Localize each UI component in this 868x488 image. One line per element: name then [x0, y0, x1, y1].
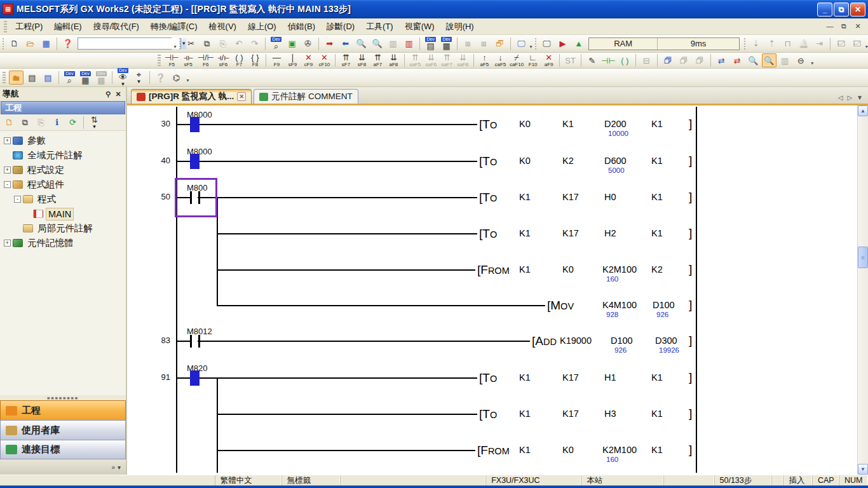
- instruction-opcode[interactable]: [FROM: [477, 444, 510, 458]
- watch-window-button[interactable]: Dev👁▼: [116, 71, 130, 85]
- device-find-button[interactable]: Dev⌕: [269, 37, 283, 51]
- contact-energized[interactable]: [190, 154, 200, 169]
- menu-b-item[interactable]: 偵錯(B): [282, 18, 321, 35]
- instruction-operand[interactable]: K0: [562, 264, 574, 274]
- monitor-red-button[interactable]: ▥: [402, 37, 416, 51]
- copy-button[interactable]: ⧉: [200, 37, 214, 51]
- delete-vline-button[interactable]: ✕cF10: [317, 53, 332, 67]
- instruction-opcode[interactable]: [TO: [479, 407, 497, 421]
- navigator-工程-button[interactable]: 工程: [0, 400, 126, 420]
- module-configuration-button[interactable]: ▤: [25, 71, 39, 85]
- instruction-operand[interactable]: K1: [651, 445, 663, 455]
- redo-button[interactable]: ↷: [247, 37, 262, 51]
- toolbar-overflow-icon[interactable]: ▾: [173, 37, 177, 51]
- expand-icon[interactable]: +: [4, 137, 11, 144]
- document-tab[interactable]: [PRG]R 監視寫入 執...✕: [131, 89, 252, 104]
- edit-mode-button[interactable]: ✎: [585, 53, 599, 67]
- tree-item-node[interactable]: +全域元件註解: [1, 148, 125, 163]
- transfer-setup-button[interactable]: 🗗: [492, 37, 507, 51]
- instruction-operand[interactable]: K17: [562, 192, 579, 202]
- instruction-operand[interactable]: D200: [604, 119, 627, 129]
- device-batch-monitor-button[interactable]: Dev▤: [423, 37, 438, 51]
- statement-list-button[interactable]: 🗇: [661, 53, 675, 67]
- mdi-restore-button[interactable]: ⧉: [839, 22, 849, 30]
- device-test-button[interactable]: ✇: [301, 37, 315, 51]
- write-to-plc-button[interactable]: ➡: [322, 37, 337, 51]
- menu-h-item[interactable]: 說明(H): [440, 18, 480, 35]
- minimize-button[interactable]: _: [817, 3, 832, 17]
- step-out-button[interactable]: ⇡: [764, 37, 779, 51]
- zoom-out-button[interactable]: ⊖: [794, 53, 808, 67]
- monitor-gray-button[interactable]: ▥: [386, 37, 400, 51]
- expand-icon[interactable]: +: [4, 240, 11, 247]
- instruction-operand[interactable]: H2: [604, 228, 616, 238]
- tree-item-node[interactable]: +參數: [1, 133, 125, 148]
- tab-list-icon[interactable]: ▼: [857, 94, 863, 101]
- device-use-list-button[interactable]: Dev⌕: [62, 71, 77, 85]
- mdi-close-button[interactable]: ✕: [853, 22, 863, 30]
- menu-w-item[interactable]: 視窗(W): [399, 18, 440, 35]
- menu-c-item[interactable]: 轉換/編譯(C): [145, 18, 203, 35]
- tab-scroll-right-icon[interactable]: ▷: [847, 94, 852, 101]
- find-contact-coil-button[interactable]: 🔍: [746, 53, 761, 67]
- menu-t-item[interactable]: 工具(T): [360, 18, 399, 35]
- menu-d-item[interactable]: 診斷(D): [321, 18, 360, 35]
- statement-button[interactable]: 🗈: [461, 37, 475, 51]
- horizontal-line-button[interactable]: —F9: [269, 53, 284, 67]
- close-button[interactable]: ✕: [850, 3, 865, 17]
- ladder-canvas[interactable]: 30M8000[TOK0K1D20010000K1]40M8000[TOK0K2…: [127, 105, 857, 475]
- pulse-ne-rising2-button[interactable]: ⇈saF7: [440, 53, 454, 67]
- delete-hline-button[interactable]: ✕cF9: [301, 53, 316, 67]
- instruction-operand[interactable]: K2M100: [602, 264, 637, 274]
- tree-item-main[interactable]: +MAIN: [1, 207, 125, 221]
- view-overflow-icon[interactable]: ▾: [184, 71, 191, 85]
- convert-pulse-button[interactable]: ↓caF5: [493, 53, 508, 67]
- instruction-operand[interactable]: K2M100: [602, 445, 637, 455]
- invert-result-button[interactable]: ↑aF5: [477, 53, 492, 67]
- find-device-active-button[interactable]: 🔍: [762, 53, 776, 67]
- scroll-up-icon[interactable]: ▲: [858, 105, 868, 116]
- instruction-opcode[interactable]: [TO: [479, 154, 497, 168]
- toolbar-drag-handle[interactable]: [3, 38, 4, 50]
- instruction-operand[interactable]: K2: [651, 264, 663, 274]
- instruction-opcode[interactable]: [ADD: [532, 334, 557, 348]
- instruction-operand[interactable]: K1: [519, 228, 531, 238]
- cross-reference-button[interactable]: ⌬: [169, 71, 184, 85]
- device-monitor-button[interactable]: ▣: [285, 37, 299, 51]
- note-button[interactable]: 🗉: [477, 37, 491, 51]
- cursor-selection-box[interactable]: [175, 178, 217, 217]
- collapse-icon[interactable]: -: [4, 181, 11, 188]
- edit-comment-button[interactable]: ⊟: [639, 53, 654, 67]
- delete-line-button[interactable]: ✕aF9: [541, 53, 556, 67]
- instruction-operand[interactable]: K0: [519, 156, 531, 166]
- menu-v-item[interactable]: 檢視(V): [203, 18, 242, 35]
- monitor-write-button[interactable]: ⇄: [714, 53, 729, 67]
- instruction-operand[interactable]: H0: [604, 192, 616, 202]
- instruction-opcode[interactable]: [MOV: [547, 299, 574, 313]
- diff-view-button[interactable]: 🔍: [370, 37, 384, 51]
- device-reference-button[interactable]: Dev▦: [78, 71, 93, 85]
- instruction-operand[interactable]: K2: [562, 156, 574, 166]
- step-over-button[interactable]: ⊓: [780, 37, 795, 51]
- pulse-rising-branch-button[interactable]: ⇈aF7: [370, 53, 385, 67]
- instruction-operand[interactable]: K1: [519, 445, 531, 455]
- nav-property-button[interactable]: ℹ: [50, 116, 64, 130]
- contact-energized[interactable]: [190, 117, 200, 132]
- footer-dropdown-icon[interactable]: ▾: [118, 464, 121, 471]
- tree-item-node[interactable]: +局部元件註解: [1, 221, 125, 236]
- project-tree-button[interactable]: 🖿: [9, 71, 24, 85]
- vertical-scrollbar[interactable]: ▲ ▼: [857, 105, 868, 475]
- monitor-start-button[interactable]: ▶: [555, 37, 570, 51]
- tree-item-node[interactable]: +程式設定: [1, 163, 125, 177]
- output-window-button[interactable]: ▤: [41, 71, 55, 85]
- instruction-operand[interactable]: K17: [562, 372, 579, 383]
- scroll-down-icon[interactable]: ▼: [858, 464, 868, 475]
- instruction-operand[interactable]: K1: [651, 372, 663, 383]
- instruction-operand[interactable]: K19000: [560, 336, 592, 346]
- instruction-operand[interactable]: K17: [562, 228, 579, 238]
- navigator-使用者庫-button[interactable]: 使用者庫: [0, 420, 126, 440]
- vertical-line-button[interactable]: ❘sF9: [285, 53, 300, 67]
- cc-link-button[interactable]: Dev▦: [94, 71, 109, 85]
- search-combo-input[interactable]: [78, 38, 180, 49]
- tab-scroll-left-icon[interactable]: ◁: [838, 94, 843, 101]
